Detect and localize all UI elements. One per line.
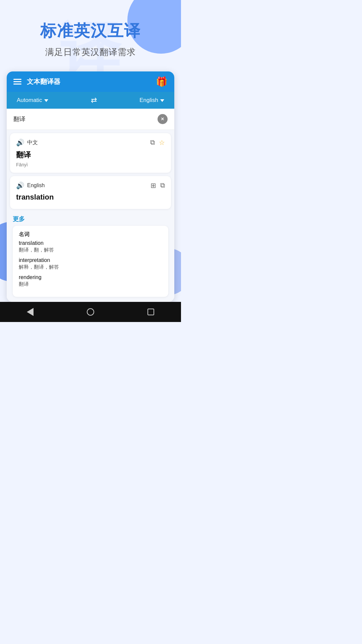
toolbar-title: 文本翻译器 bbox=[27, 77, 60, 86]
copy-english-icon[interactable]: ⧉ bbox=[160, 181, 165, 190]
more-label: 更多 bbox=[13, 215, 168, 223]
swap-icon[interactable]: ⇄ bbox=[91, 96, 97, 105]
nav-back-button[interactable] bbox=[27, 308, 34, 316]
chinese-card-actions: ⧉ ☆ bbox=[150, 139, 165, 147]
chinese-speaker-icon[interactable]: 🔊 bbox=[16, 139, 24, 147]
more-entry-1: interpretation 解释，翻译，解答 bbox=[19, 257, 162, 270]
toolbar-left: 文本翻译器 bbox=[13, 77, 60, 86]
english-speaker-icon[interactable]: 🔊 bbox=[16, 181, 24, 190]
english-translation-card: 🔊 English ⊞ ⧉ translation bbox=[10, 176, 171, 209]
english-card-header: 🔊 English ⊞ ⧉ bbox=[16, 181, 165, 190]
external-link-icon[interactable]: ⊞ bbox=[150, 181, 156, 190]
input-text: 翻译 bbox=[13, 115, 158, 123]
bottom-nav bbox=[0, 302, 181, 322]
chinese-pinyin: Fānyì bbox=[16, 162, 165, 167]
copy-icon[interactable]: ⧉ bbox=[150, 139, 155, 147]
recents-square-icon bbox=[147, 309, 154, 315]
english-card-actions: ⊞ ⧉ bbox=[150, 181, 165, 190]
source-lang-selector[interactable]: Automatic bbox=[17, 97, 48, 104]
target-lang-selector[interactable]: English bbox=[139, 97, 164, 104]
hero-subtitle: 满足日常英汉翻译需求 bbox=[13, 46, 168, 58]
chinese-main-text: 翻译 bbox=[16, 150, 165, 160]
chinese-card-header: 🔊 中文 ⧉ ☆ bbox=[16, 139, 165, 147]
translation-section: 🔊 中文 ⧉ ☆ 翻译 Fānyì 🔊 English bbox=[7, 130, 174, 302]
english-lang-label: 🔊 English bbox=[16, 181, 45, 190]
target-lang-dropdown-arrow bbox=[160, 99, 164, 102]
more-def-2: 翻译 bbox=[19, 281, 162, 287]
hero-title: 标准英汉互译 bbox=[13, 20, 168, 42]
more-word-1: interpretation bbox=[19, 257, 162, 263]
input-area[interactable]: 翻译 × bbox=[7, 109, 174, 130]
more-word-2: rendering bbox=[19, 274, 162, 280]
more-section: 更多 名词 translation 翻译，翻，解答 interpretation… bbox=[7, 212, 174, 302]
chinese-translation-card: 🔊 中文 ⧉ ☆ 翻译 Fānyì bbox=[10, 133, 171, 173]
clear-button[interactable]: × bbox=[158, 114, 168, 124]
app-card: 文本翻译器 🎁 Automatic ⇄ English 翻译 × bbox=[7, 71, 174, 302]
gift-icon[interactable]: 🎁 bbox=[156, 76, 168, 87]
more-word-0: translation bbox=[19, 240, 162, 246]
hero-section: 标准英汉互译 满足日常英汉翻译需求 bbox=[0, 0, 181, 68]
nav-home-button[interactable] bbox=[87, 308, 94, 316]
back-arrow-icon bbox=[27, 308, 34, 316]
source-lang-label: Automatic bbox=[17, 97, 42, 104]
english-lang-name: English bbox=[27, 182, 45, 189]
menu-icon[interactable] bbox=[13, 79, 21, 85]
source-lang-dropdown-arrow bbox=[44, 99, 48, 102]
target-lang-label: English bbox=[139, 97, 158, 104]
nav-recents-button[interactable] bbox=[147, 309, 154, 315]
more-entry-0: translation 翻译，翻，解答 bbox=[19, 240, 162, 253]
main-content: 标准英汉互译 满足日常英汉翻译需求 文本翻译器 🎁 Automatic ⇄ En… bbox=[0, 0, 181, 322]
toolbar: 文本翻译器 🎁 bbox=[7, 71, 174, 92]
more-pos: 名词 bbox=[19, 231, 162, 238]
chinese-lang-name: 中文 bbox=[27, 139, 38, 146]
more-entry-2: rendering 翻译 bbox=[19, 274, 162, 287]
star-icon[interactable]: ☆ bbox=[159, 139, 165, 147]
lang-bar: Automatic ⇄ English bbox=[7, 92, 174, 109]
english-main-text: translation bbox=[16, 193, 165, 202]
more-card: 名词 translation 翻译，翻，解答 interpretation 解释… bbox=[13, 226, 168, 297]
more-def-0: 翻译，翻，解答 bbox=[19, 247, 162, 253]
chinese-lang-label: 🔊 中文 bbox=[16, 139, 38, 147]
home-circle-icon bbox=[87, 308, 94, 316]
more-def-1: 解释，翻译，解答 bbox=[19, 264, 162, 270]
